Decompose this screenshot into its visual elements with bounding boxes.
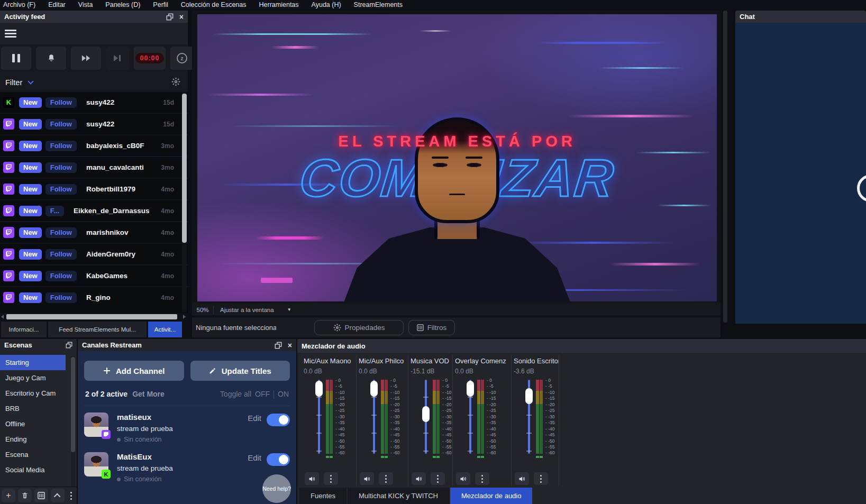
scene-item[interactable]: BRB <box>0 401 77 416</box>
channel-toggle[interactable] <box>267 453 290 466</box>
add-channel-button[interactable]: Add Channel <box>84 361 184 381</box>
slider-handle[interactable] <box>422 406 430 422</box>
close-icon[interactable]: × <box>288 342 292 349</box>
close-icon[interactable]: × <box>179 13 184 21</box>
activity-event-row[interactable]: K New Follow Robertbill1979 4mo <box>0 178 188 199</box>
channel-options-button[interactable] <box>379 472 393 485</box>
preview-canvas[interactable]: COMENZAR EL STREAM ESTÁ POR <box>192 11 721 303</box>
move-scene-up-button[interactable] <box>51 489 65 502</box>
need-help-button[interactable]: Need help? <box>262 474 291 503</box>
properties-button[interactable]: Propiedades <box>314 320 404 335</box>
menu-item[interactable]: Editar <box>48 1 66 8</box>
popout-icon[interactable] <box>166 13 174 21</box>
mute-button[interactable] <box>360 472 374 485</box>
update-titles-button[interactable]: Update Titles <box>190 361 290 381</box>
volume-slider[interactable] <box>467 380 474 454</box>
get-more-link[interactable]: Get More <box>132 390 165 398</box>
follow-badge[interactable]: Follow <box>45 292 77 303</box>
activity-event-row[interactable]: K New F... Eikken_de_Darnassus 4mo <box>0 199 188 221</box>
scene-item[interactable]: Escritorio y Cam <box>0 386 77 401</box>
follow-badge[interactable]: F... <box>45 206 64 216</box>
scene-item[interactable]: Offline <box>0 416 77 432</box>
scrollbar-thumb[interactable] <box>6 314 177 319</box>
filters-button[interactable]: Filtros <box>408 320 455 335</box>
vertical-scrollbar[interactable] <box>182 92 187 312</box>
channel-options-button[interactable] <box>475 472 489 485</box>
follow-badge[interactable]: Follow <box>45 119 77 130</box>
slider-handle[interactable] <box>370 381 378 397</box>
fast-forward-button[interactable] <box>71 47 101 70</box>
mute-button[interactable] <box>515 472 529 485</box>
mute-button[interactable] <box>456 472 470 485</box>
dock-tab[interactable]: Feed StreamElements Mul... <box>48 322 147 337</box>
follow-badge[interactable]: Follow <box>45 97 77 108</box>
dock-tab[interactable]: Activit... <box>148 322 182 337</box>
vertical-scrollbar[interactable] <box>71 356 75 488</box>
menu-item[interactable]: Paneles (D) <box>105 1 140 8</box>
activity-event-row[interactable]: K New Follow AidenGrem0ry 4mo <box>0 243 188 264</box>
menu-item[interactable]: Archivo (F) <box>3 1 35 8</box>
zoom-dropdown-caret-icon[interactable]: ▼ <box>280 307 298 312</box>
volume-slider[interactable] <box>370 380 378 454</box>
channel-options-button[interactable] <box>324 472 338 485</box>
activity-event-row[interactable]: K New Follow manu_cavalcanti 3mo <box>0 156 188 178</box>
activity-event-row[interactable]: K New Follow babyalexis_cB0F 3mo <box>0 134 188 156</box>
edit-button[interactable]: Edit <box>248 453 261 462</box>
scene-item[interactable]: Starting <box>0 355 66 370</box>
channel-toggle[interactable] <box>267 414 290 426</box>
remove-scene-button[interactable] <box>18 489 32 502</box>
popout-icon[interactable] <box>275 342 282 349</box>
menu-item[interactable]: StreamElements <box>354 1 403 8</box>
mute-button[interactable] <box>412 472 426 485</box>
notifications-button[interactable] <box>36 47 66 70</box>
menu-item[interactable]: Vista <box>78 1 93 8</box>
add-scene-button[interactable]: + <box>2 489 15 502</box>
follow-badge[interactable]: Follow <box>45 184 77 195</box>
mute-button[interactable] <box>305 472 319 485</box>
menu-item[interactable]: Colección de Escenas <box>181 1 247 8</box>
scroll-right-arrow[interactable] <box>183 315 186 319</box>
scene-options-button[interactable] <box>67 489 75 502</box>
slider-handle[interactable] <box>525 388 533 404</box>
filter-label[interactable]: Filter <box>5 78 22 87</box>
chat-body[interactable] <box>735 23 866 324</box>
activity-event-row[interactable]: K New Follow R_gino 4mo <box>0 286 188 308</box>
activity-event-row[interactable]: K New Follow susy422 15d <box>0 91 188 113</box>
follow-badge[interactable]: Follow <box>45 271 77 281</box>
volume-slider[interactable] <box>525 380 533 454</box>
channel-options-button[interactable] <box>534 472 548 485</box>
zoom-level[interactable]: 50% <box>192 307 213 313</box>
hamburger-menu-icon[interactable] <box>5 30 16 38</box>
dock-tab[interactable]: Mezclador de audio <box>450 488 532 504</box>
scene-filters-button[interactable] <box>34 489 48 502</box>
slider-handle[interactable] <box>467 381 474 397</box>
follow-badge[interactable]: Follow <box>45 227 77 238</box>
dock-scrollbar[interactable] <box>723 11 727 323</box>
stream-preview-video[interactable]: COMENZAR EL STREAM ESTÁ POR <box>197 14 717 301</box>
scene-item[interactable]: Escena <box>0 447 77 462</box>
follow-badge[interactable]: Follow <box>45 249 77 260</box>
volume-slider[interactable] <box>315 380 323 454</box>
follow-badge[interactable]: Follow <box>45 141 77 151</box>
scrollbar-thumb[interactable] <box>182 94 187 243</box>
activity-event-row[interactable]: K New Follow marishnikov 4mo <box>0 221 188 243</box>
slider-handle[interactable] <box>315 381 323 397</box>
scene-item[interactable]: Social Media <box>0 462 77 478</box>
activity-event-row[interactable]: K New Follow susy422 15d <box>0 113 188 134</box>
edit-button[interactable]: Edit <box>248 414 261 423</box>
scene-item[interactable]: Juego y Cam <box>0 370 77 386</box>
chevron-down-icon[interactable] <box>28 78 34 84</box>
menu-item[interactable]: Herramientas <box>259 1 299 8</box>
scene-item[interactable]: Ending <box>0 432 77 447</box>
dock-tab[interactable]: Fuentes <box>299 488 347 504</box>
dock-tab[interactable]: Informaci... <box>1 322 47 337</box>
skip-button[interactable] <box>106 47 129 70</box>
popout-icon[interactable] <box>66 342 72 349</box>
snooze-button[interactable]: z <box>170 47 194 70</box>
menu-item[interactable]: Ayuda (H) <box>312 1 341 8</box>
settings-gear-icon[interactable] <box>171 77 180 88</box>
toggle-all-off-button[interactable]: OFF <box>255 390 270 398</box>
follow-badge[interactable]: Follow <box>45 162 77 173</box>
pause-button[interactable] <box>1 47 31 70</box>
menu-item[interactable]: Perfil <box>153 1 168 8</box>
